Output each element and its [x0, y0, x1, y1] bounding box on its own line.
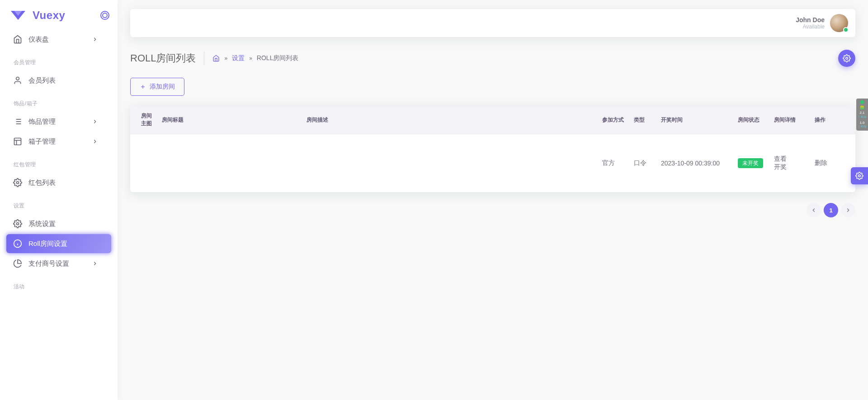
logo-icon	[10, 9, 26, 22]
th-join: 参加方式	[598, 106, 629, 134]
breadcrumb-sep: »	[249, 55, 252, 61]
chevron-right-icon	[92, 36, 98, 42]
sidebar-collapse-toggle[interactable]	[100, 11, 109, 20]
plus-icon	[140, 84, 146, 90]
page-prev-button[interactable]	[807, 203, 821, 217]
pie-chart-icon	[13, 259, 22, 268]
logo-text[interactable]: Vuexy	[33, 9, 65, 22]
home-icon	[13, 35, 22, 44]
avatar-wrap	[830, 14, 848, 32]
svg-point-15	[846, 57, 848, 60]
cell-join: 官方	[598, 134, 629, 193]
perf-down: 1.0↓ K/s	[858, 121, 866, 129]
user-name: John Doe	[796, 16, 825, 24]
page-title: ROLL房间列表	[130, 52, 204, 65]
th-desc: 房间描述	[302, 106, 598, 134]
nav-payment[interactable]: 支付商号设置	[6, 254, 111, 273]
cell-image	[130, 134, 157, 193]
home-icon[interactable]	[212, 55, 220, 62]
chevron-right-icon	[92, 260, 98, 267]
cell-title	[157, 134, 302, 193]
chevron-right-icon	[92, 118, 98, 125]
nav-box-label: 箱子管理	[28, 137, 92, 146]
add-room-label: 添加房间	[150, 83, 175, 91]
cell-ops: 删除	[810, 134, 855, 193]
chevron-right-icon	[845, 207, 851, 213]
table-row: 官方 口令 2023-10-09 00:39:00 未开奖 查看开奖 删除	[130, 134, 855, 193]
cell-state: 未开奖	[733, 134, 769, 193]
perf-dot-green-icon	[860, 100, 864, 104]
page-settings-button[interactable]	[838, 50, 855, 67]
page-1-button[interactable]: 1	[824, 203, 838, 217]
perf-gradient-icon	[860, 106, 864, 109]
nav-accessory[interactable]: 饰品管理	[6, 112, 111, 131]
sidebar-header: Vuexy	[0, 0, 118, 29]
status-badge: 未开奖	[738, 158, 763, 168]
gear-icon	[855, 172, 863, 180]
breadcrumb-current: ROLL房间列表	[257, 54, 299, 62]
nav-accessory-label: 饰品管理	[28, 118, 92, 126]
draw-action[interactable]: 开奖	[774, 163, 787, 170]
chevron-right-icon	[92, 138, 98, 145]
chevron-left-icon	[811, 207, 817, 213]
nav-redpacket[interactable]: 红包列表	[6, 173, 111, 192]
breadcrumb-settings[interactable]: 设置	[232, 54, 245, 62]
nav-payment-label: 支付商号设置	[28, 259, 92, 268]
sidebar-nav: 仪表盘 会员管理 会员列表 饰品/箱子 饰品管理 箱子管理 红包管理 红包列表 …	[0, 30, 118, 294]
gear-icon	[13, 178, 22, 187]
nav-members[interactable]: 会员列表	[6, 71, 111, 90]
nav-dashboard-label: 仪表盘	[28, 35, 92, 44]
nav-header-red: 红包管理	[6, 152, 111, 172]
main-content: John Doe Available ROLL房间列表 » 设置 » ROLL房…	[118, 9, 868, 217]
user-menu[interactable]: John Doe Available	[796, 14, 848, 32]
nav-dashboard[interactable]: 仪表盘	[6, 30, 111, 49]
user-status: Available	[796, 24, 825, 30]
table-card: 房间主图 房间标题 房间描述 参加方式 类型 开奖时间 房间状态 房间详情 操作…	[130, 106, 855, 192]
nav-system[interactable]: 系统设置	[6, 214, 111, 233]
breadcrumb-sep: »	[224, 55, 227, 61]
svg-point-18	[859, 175, 861, 177]
svg-point-10	[17, 182, 19, 184]
nav-box[interactable]: 箱子管理	[6, 132, 111, 151]
perf-up: 2.1↑ K/s	[858, 111, 866, 119]
breadcrumb: » 设置 » ROLL房间列表	[212, 54, 298, 62]
sidebar: Vuexy 仪表盘 会员管理 会员列表 饰品/箱子 饰品管理 箱子管理 红包管理…	[0, 0, 118, 400]
view-action[interactable]: 查看	[774, 155, 787, 162]
svg-point-0	[16, 77, 19, 80]
nav-header-member: 会员管理	[6, 50, 111, 70]
topbar: John Doe Available	[130, 9, 855, 37]
info-icon	[13, 239, 22, 248]
nav-roll-label: Roll房间设置	[28, 240, 104, 248]
th-image: 房间主图	[130, 106, 157, 134]
nav-members-label: 会员列表	[28, 76, 104, 85]
page-next-button[interactable]	[841, 203, 855, 217]
svg-point-11	[17, 223, 19, 225]
nav-header-activity: 活动	[6, 274, 111, 294]
list-icon	[13, 117, 22, 126]
user-text: John Doe Available	[796, 16, 825, 30]
nav-redpacket-label: 红包列表	[28, 179, 104, 187]
th-state: 房间状态	[733, 106, 769, 134]
nav-header-goods: 饰品/箱子	[6, 91, 111, 111]
cell-detail: 查看开奖	[769, 134, 810, 193]
th-open: 开奖时间	[656, 106, 733, 134]
rooms-table: 房间主图 房间标题 房间描述 参加方式 类型 开奖时间 房间状态 房间详情 操作…	[130, 106, 855, 192]
add-room-button[interactable]: 添加房间	[130, 78, 184, 96]
cell-desc	[302, 134, 598, 193]
cell-open: 2023-10-09 00:39:00	[656, 134, 733, 193]
cell-type: 口令	[629, 134, 656, 193]
performance-widget[interactable]: 2.1↑ K/s 1.0↓ K/s	[856, 99, 868, 131]
nav-roll[interactable]: Roll房间设置	[6, 234, 111, 253]
nav-system-label: 系统设置	[28, 220, 104, 228]
pagination: 1	[130, 203, 855, 217]
th-title: 房间标题	[157, 106, 302, 134]
delete-action[interactable]: 删除	[815, 159, 827, 166]
actions-row: 添加房间	[130, 78, 855, 96]
th-type: 类型	[629, 106, 656, 134]
th-detail: 房间详情	[769, 106, 810, 134]
theme-customizer-button[interactable]	[851, 167, 868, 184]
nav-header-settings: 设置	[6, 193, 111, 213]
page-header: ROLL房间列表 » 设置 » ROLL房间列表	[130, 50, 855, 67]
user-icon	[13, 76, 22, 85]
th-ops: 操作	[810, 106, 855, 134]
